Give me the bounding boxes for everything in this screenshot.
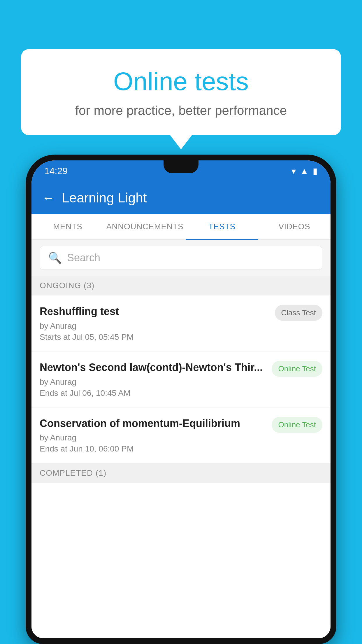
test-name: Newton's Second law(contd)-Newton's Thir… bbox=[40, 361, 266, 374]
phone-notch bbox=[164, 160, 198, 173]
test-info: Newton's Second law(contd)-Newton's Thir… bbox=[40, 361, 266, 398]
test-time: Starts at Jul 05, 05:45 PM bbox=[40, 332, 269, 342]
speech-bubble-container: Online tests for more practice, better p… bbox=[21, 49, 341, 135]
test-name: Reshuffling test bbox=[40, 305, 269, 318]
test-item[interactable]: Newton's Second law(contd)-Newton's Thir… bbox=[31, 351, 331, 407]
test-item[interactable]: Conservation of momentum-Equilibrium by … bbox=[31, 407, 331, 463]
test-item[interactable]: Reshuffling test by Anurag Starts at Jul… bbox=[31, 295, 331, 351]
bubble-title: Online tests bbox=[44, 66, 318, 96]
search-box[interactable]: 🔍 Search bbox=[40, 246, 322, 270]
signal-icon: ▲ bbox=[300, 166, 309, 176]
completed-section-header: COMPLETED (1) bbox=[31, 463, 331, 483]
badge-class-test: Class Test bbox=[275, 305, 322, 321]
phone-screen: 14:29 ▾ ▲ ▮ ← Learning Light MENTS ANNOU… bbox=[31, 160, 331, 638]
tab-tests[interactable]: TESTS bbox=[186, 214, 258, 239]
test-list: Reshuffling test by Anurag Starts at Jul… bbox=[31, 295, 331, 638]
test-name: Conservation of momentum-Equilibrium bbox=[40, 417, 266, 430]
status-time: 14:29 bbox=[44, 166, 68, 176]
test-info: Reshuffling test by Anurag Starts at Jul… bbox=[40, 305, 269, 342]
search-container: 🔍 Search bbox=[31, 240, 331, 276]
test-time: Ends at Jun 10, 06:00 PM bbox=[40, 444, 266, 454]
app-header: ← Learning Light bbox=[31, 182, 331, 214]
phone-frame: 14:29 ▾ ▲ ▮ ← Learning Light MENTS ANNOU… bbox=[26, 155, 336, 644]
bubble-subtitle: for more practice, better performance bbox=[44, 103, 318, 118]
back-button[interactable]: ← bbox=[42, 190, 55, 205]
test-time: Ends at Jul 06, 10:45 AM bbox=[40, 388, 266, 398]
test-by: by Anurag bbox=[40, 321, 269, 331]
search-icon: 🔍 bbox=[48, 251, 62, 264]
test-info: Conservation of momentum-Equilibrium by … bbox=[40, 417, 266, 454]
speech-bubble: Online tests for more practice, better p… bbox=[21, 49, 341, 135]
tab-announcements[interactable]: ANNOUNCEMENTS bbox=[104, 214, 186, 239]
tabs-bar: MENTS ANNOUNCEMENTS TESTS VIDEOS bbox=[31, 214, 331, 240]
ongoing-section-header: ONGOING (3) bbox=[31, 276, 331, 295]
test-by: by Anurag bbox=[40, 433, 266, 442]
search-placeholder: Search bbox=[67, 252, 100, 264]
test-by: by Anurag bbox=[40, 377, 266, 387]
battery-icon: ▮ bbox=[313, 166, 318, 176]
status-icons: ▾ ▲ ▮ bbox=[291, 166, 318, 176]
app-title: Learning Light bbox=[62, 190, 147, 206]
wifi-icon: ▾ bbox=[291, 166, 296, 176]
badge-online-test: Online Test bbox=[272, 361, 322, 377]
tab-videos[interactable]: VIDEOS bbox=[258, 214, 331, 239]
tab-ments[interactable]: MENTS bbox=[31, 214, 104, 239]
badge-online-test: Online Test bbox=[272, 417, 322, 433]
